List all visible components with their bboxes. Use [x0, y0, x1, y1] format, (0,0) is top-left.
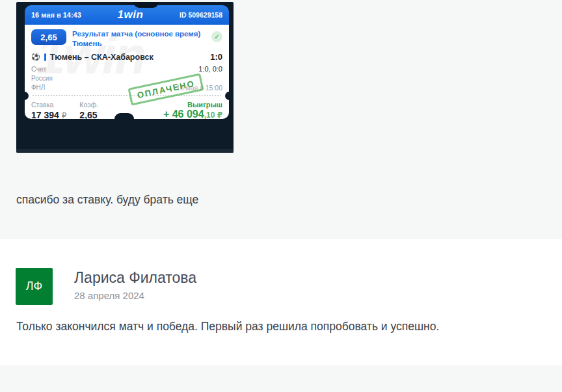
win-amount-fraction: ,10 ₽ [204, 111, 222, 119]
accent-bar [44, 53, 46, 61]
match-score: 1:0 [210, 52, 222, 62]
win-amount-main: + 46 094 [163, 109, 204, 119]
bet-slip-screenshot[interactable]: 16 мая в 14:43 1win ID 509629158 1win 2,… [16, 2, 234, 153]
stake-label: Ставка [31, 101, 66, 109]
stake-currency: ₽ [62, 111, 67, 119]
review-item: ЛФ Лариса Филатова 28 апреля 2024 Только… [0, 239, 562, 365]
next-review-divider [0, 365, 562, 392]
soccer-icon: ⚽ [31, 53, 40, 60]
score-label: Счет [31, 65, 46, 73]
match-row: ⚽ Тюмень – СКА-Хабаровск 1:0 [25, 49, 229, 63]
coef-label: Коэф. [79, 101, 98, 109]
brand-logo: 1win [81, 8, 180, 21]
ticket-body: 1win 2,65 Результат матча (основное врем… [25, 25, 229, 119]
bet-ticket: 16 мая в 14:43 1win ID 509629158 1win 2,… [25, 5, 229, 119]
bet-pick: Тюмень [72, 39, 206, 49]
bet-selection-row: 2,65 Результат матча (основное время) Тю… [25, 25, 229, 49]
coefficient-badge: 2,65 [31, 29, 66, 45]
league-info: Россия ФНЛ [31, 74, 53, 92]
reviewer-name: Лариса Филатова [74, 269, 196, 287]
win-block: Выигрыш + 46 094,10 ₽ [163, 101, 222, 119]
ticket-timestamp: 16 мая в 14:43 [31, 11, 81, 19]
review-date: 28 апреля 2024 [74, 290, 196, 301]
review-comment-text: спасибо за ставку. буду брать еще [16, 193, 198, 207]
review-text: Только закончился матч и победа. Первый … [16, 320, 439, 333]
avatar: ЛФ [16, 268, 53, 305]
check-circle-icon: ✓ [211, 31, 222, 42]
bet-type: Результат матча (основное время) [72, 29, 206, 39]
stake-block: Ставка 17 394 ₽ [31, 101, 66, 119]
perforation-dots [33, 95, 221, 96]
ticket-id: ID 509629158 [180, 11, 222, 19]
coef-block: Коэф. 2,65 [79, 101, 98, 119]
bet-selection-info: Результат матча (основное время) Тюмень [72, 29, 206, 48]
stake-value: 17 394 ₽ [31, 110, 66, 119]
ticket-header: 16 мая в 14:43 1win ID 509629158 [25, 5, 229, 25]
win-label: Выигрыш [163, 101, 222, 109]
win-amount: + 46 094,10 ₽ [163, 109, 222, 119]
score-detail: 1:0, 0:0 [198, 65, 222, 73]
match-name: Тюмень – СКА-Хабаровск [50, 53, 206, 62]
coef-value: 2,65 [79, 110, 98, 119]
reviewer-meta: Лариса Филатова 28 апреля 2024 [74, 268, 196, 305]
reviewer-header: ЛФ Лариса Филатова 28 апреля 2024 [16, 268, 196, 305]
country-label: Россия [31, 74, 53, 83]
ticket-bottom-notch [114, 113, 134, 120]
stake-amount: 17 394 [31, 110, 59, 119]
screenshot-bottom-edge [16, 149, 234, 153]
league-label: ФНЛ [31, 83, 53, 92]
phone-camera-notch [133, 2, 159, 8]
ticket-perforation [25, 93, 229, 99]
score-row: Счет 1:0, 0:0 [25, 63, 229, 73]
review-item-previous: 16 мая в 14:43 1win ID 509629158 1win 2,… [0, 0, 562, 239]
